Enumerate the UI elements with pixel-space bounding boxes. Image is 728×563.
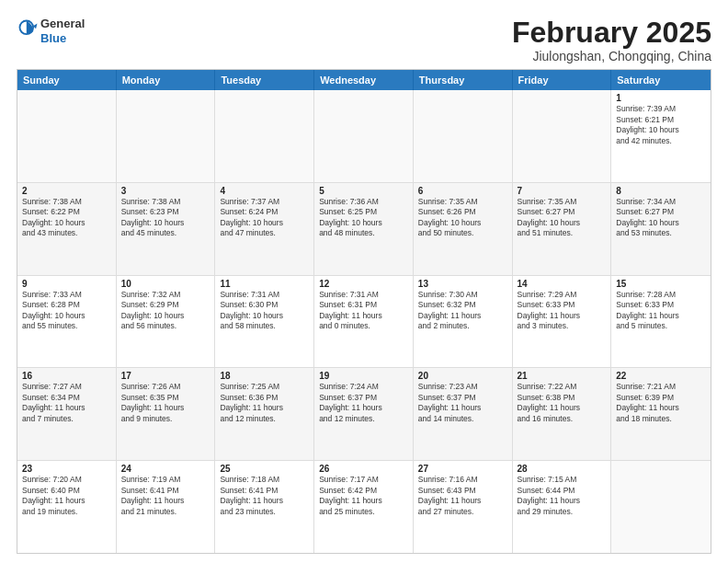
day-cell-24: 24Sunrise: 7:19 AMSunset: 6:41 PMDayligh… <box>117 461 216 553</box>
day-cell-14: 14Sunrise: 7:29 AMSunset: 6:33 PMDayligh… <box>513 276 612 368</box>
weekday-sunday: Sunday <box>17 70 117 90</box>
day-cell-18: 18Sunrise: 7:25 AMSunset: 6:36 PMDayligh… <box>215 368 314 460</box>
empty-cell-0-2 <box>215 90 314 182</box>
month-title: February 2025 <box>512 17 711 49</box>
day-cell-28: 28Sunrise: 7:15 AMSunset: 6:44 PMDayligh… <box>513 461 612 553</box>
day-number-24: 24 <box>121 464 210 474</box>
day-number-14: 14 <box>518 279 607 289</box>
day-number-10: 10 <box>121 279 210 289</box>
day-info-12: Sunrise: 7:31 AMSunset: 6:31 PMDaylight:… <box>319 290 408 332</box>
day-cell-22: 22Sunrise: 7:21 AMSunset: 6:39 PMDayligh… <box>611 368 711 460</box>
day-number-2: 2 <box>22 186 111 196</box>
day-info-19: Sunrise: 7:24 AMSunset: 6:37 PMDaylight:… <box>319 382 408 424</box>
day-number-8: 8 <box>616 186 706 196</box>
day-cell-16: 16Sunrise: 7:27 AMSunset: 6:34 PMDayligh… <box>17 368 117 460</box>
day-cell-1: 1Sunrise: 7:39 AMSunset: 6:21 PMDaylight… <box>611 90 711 182</box>
day-cell-5: 5Sunrise: 7:36 AMSunset: 6:25 PMDaylight… <box>314 183 414 275</box>
day-info-21: Sunrise: 7:22 AMSunset: 6:38 PMDaylight:… <box>518 382 607 424</box>
day-number-26: 26 <box>319 464 408 474</box>
day-info-4: Sunrise: 7:37 AMSunset: 6:24 PMDaylight:… <box>220 197 309 239</box>
empty-cell-0-0 <box>17 90 117 182</box>
day-cell-26: 26Sunrise: 7:17 AMSunset: 6:42 PMDayligh… <box>314 461 414 553</box>
week-row-3: 9Sunrise: 7:33 AMSunset: 6:28 PMDaylight… <box>17 276 711 369</box>
empty-cell-0-3 <box>314 90 414 182</box>
day-info-10: Sunrise: 7:32 AMSunset: 6:29 PMDaylight:… <box>121 290 210 332</box>
day-cell-19: 19Sunrise: 7:24 AMSunset: 6:37 PMDayligh… <box>314 368 414 460</box>
day-number-19: 19 <box>319 371 408 381</box>
day-info-17: Sunrise: 7:26 AMSunset: 6:35 PMDaylight:… <box>121 382 210 424</box>
page-header: General Blue February 2025 Jiulongshan, … <box>17 17 711 63</box>
day-info-25: Sunrise: 7:18 AMSunset: 6:41 PMDaylight:… <box>220 475 309 517</box>
day-number-5: 5 <box>319 186 408 196</box>
day-info-24: Sunrise: 7:19 AMSunset: 6:41 PMDaylight:… <box>121 475 210 517</box>
logo-blue-text: Blue <box>40 31 66 45</box>
day-number-3: 3 <box>121 186 210 196</box>
location-text: Jiulongshan, Chongqing, China <box>512 49 711 63</box>
day-cell-9: 9Sunrise: 7:33 AMSunset: 6:28 PMDaylight… <box>17 276 117 368</box>
day-number-21: 21 <box>518 371 607 381</box>
day-number-28: 28 <box>518 464 607 474</box>
day-cell-21: 21Sunrise: 7:22 AMSunset: 6:38 PMDayligh… <box>513 368 612 460</box>
day-info-1: Sunrise: 7:39 AMSunset: 6:21 PMDaylight:… <box>616 104 706 146</box>
day-info-18: Sunrise: 7:25 AMSunset: 6:36 PMDaylight:… <box>220 382 309 424</box>
day-info-20: Sunrise: 7:23 AMSunset: 6:37 PMDaylight:… <box>418 382 507 424</box>
day-cell-27: 27Sunrise: 7:16 AMSunset: 6:43 PMDayligh… <box>414 461 513 553</box>
title-block: February 2025 Jiulongshan, Chongqing, Ch… <box>512 17 711 63</box>
week-row-2: 2Sunrise: 7:38 AMSunset: 6:22 PMDaylight… <box>17 183 711 276</box>
day-info-3: Sunrise: 7:38 AMSunset: 6:23 PMDaylight:… <box>121 197 210 239</box>
empty-cell-0-1 <box>117 90 216 182</box>
day-cell-2: 2Sunrise: 7:38 AMSunset: 6:22 PMDaylight… <box>17 183 117 275</box>
calendar: Sunday Monday Tuesday Wednesday Thursday… <box>17 69 711 554</box>
weekday-tuesday: Tuesday <box>215 70 314 90</box>
day-info-28: Sunrise: 7:15 AMSunset: 6:44 PMDaylight:… <box>518 475 607 517</box>
day-info-11: Sunrise: 7:31 AMSunset: 6:30 PMDaylight:… <box>220 290 309 332</box>
day-cell-17: 17Sunrise: 7:26 AMSunset: 6:35 PMDayligh… <box>117 368 216 460</box>
week-row-5: 23Sunrise: 7:20 AMSunset: 6:40 PMDayligh… <box>17 461 711 553</box>
day-number-6: 6 <box>418 186 507 196</box>
day-info-27: Sunrise: 7:16 AMSunset: 6:43 PMDaylight:… <box>418 475 507 517</box>
day-number-7: 7 <box>518 186 607 196</box>
day-cell-10: 10Sunrise: 7:32 AMSunset: 6:29 PMDayligh… <box>117 276 216 368</box>
day-info-2: Sunrise: 7:38 AMSunset: 6:22 PMDaylight:… <box>22 197 111 239</box>
day-info-8: Sunrise: 7:34 AMSunset: 6:27 PMDaylight:… <box>616 197 706 239</box>
logo-icon <box>18 19 39 40</box>
calendar-body: 1Sunrise: 7:39 AMSunset: 6:21 PMDaylight… <box>17 90 711 553</box>
day-number-12: 12 <box>319 279 408 289</box>
day-cell-15: 15Sunrise: 7:28 AMSunset: 6:33 PMDayligh… <box>611 276 711 368</box>
day-cell-13: 13Sunrise: 7:30 AMSunset: 6:32 PMDayligh… <box>414 276 513 368</box>
day-cell-20: 20Sunrise: 7:23 AMSunset: 6:37 PMDayligh… <box>414 368 513 460</box>
logo-general-text: General <box>40 17 85 30</box>
weekday-friday: Friday <box>513 70 612 90</box>
day-number-17: 17 <box>121 371 210 381</box>
day-info-5: Sunrise: 7:36 AMSunset: 6:25 PMDaylight:… <box>319 197 408 239</box>
day-number-9: 9 <box>22 279 111 289</box>
day-number-20: 20 <box>418 371 507 381</box>
weekday-monday: Monday <box>117 70 216 90</box>
weekday-thursday: Thursday <box>414 70 513 90</box>
day-cell-11: 11Sunrise: 7:31 AMSunset: 6:30 PMDayligh… <box>215 276 314 368</box>
day-info-22: Sunrise: 7:21 AMSunset: 6:39 PMDaylight:… <box>616 382 706 424</box>
day-info-6: Sunrise: 7:35 AMSunset: 6:26 PMDaylight:… <box>418 197 507 239</box>
day-cell-8: 8Sunrise: 7:34 AMSunset: 6:27 PMDaylight… <box>611 183 711 275</box>
day-number-22: 22 <box>616 371 706 381</box>
day-info-7: Sunrise: 7:35 AMSunset: 6:27 PMDaylight:… <box>518 197 607 239</box>
day-cell-7: 7Sunrise: 7:35 AMSunset: 6:27 PMDaylight… <box>513 183 612 275</box>
weekday-wednesday: Wednesday <box>314 70 414 90</box>
day-info-13: Sunrise: 7:30 AMSunset: 6:32 PMDaylight:… <box>418 290 507 332</box>
day-info-14: Sunrise: 7:29 AMSunset: 6:33 PMDaylight:… <box>518 290 607 332</box>
day-info-26: Sunrise: 7:17 AMSunset: 6:42 PMDaylight:… <box>319 475 408 517</box>
day-info-9: Sunrise: 7:33 AMSunset: 6:28 PMDaylight:… <box>22 290 111 332</box>
empty-cell-4-6 <box>611 461 711 553</box>
day-number-4: 4 <box>220 186 309 196</box>
weekday-saturday: Saturday <box>611 70 711 90</box>
week-row-4: 16Sunrise: 7:27 AMSunset: 6:34 PMDayligh… <box>17 368 711 461</box>
day-cell-4: 4Sunrise: 7:37 AMSunset: 6:24 PMDaylight… <box>215 183 314 275</box>
day-cell-6: 6Sunrise: 7:35 AMSunset: 6:26 PMDaylight… <box>414 183 513 275</box>
day-cell-23: 23Sunrise: 7:20 AMSunset: 6:40 PMDayligh… <box>17 461 117 553</box>
day-cell-12: 12Sunrise: 7:31 AMSunset: 6:31 PMDayligh… <box>314 276 414 368</box>
calendar-header: Sunday Monday Tuesday Wednesday Thursday… <box>17 70 711 90</box>
empty-cell-0-4 <box>414 90 513 182</box>
week-row-1: 1Sunrise: 7:39 AMSunset: 6:21 PMDaylight… <box>17 90 711 183</box>
day-number-27: 27 <box>418 464 507 474</box>
day-number-13: 13 <box>418 279 507 289</box>
